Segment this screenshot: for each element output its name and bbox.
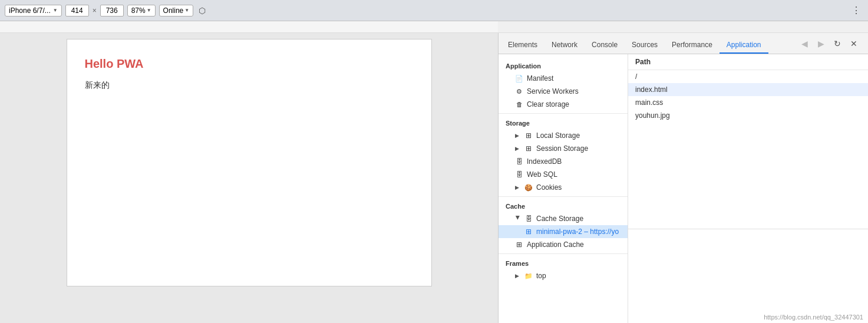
clear-storage-label: Clear storage: [527, 100, 569, 108]
network-arrow-icon: ▼: [184, 8, 189, 13]
tab-performance[interactable]: Performance: [665, 37, 720, 54]
zoom-arrow-icon: ▼: [147, 8, 151, 13]
web-sql-label: Web SQL: [527, 170, 557, 179]
application-cache-icon: ⊞: [515, 240, 523, 249]
ruler-devtools: [498, 21, 868, 32]
sidebar-item-cache-storage[interactable]: ▶ 🗄 Cache Storage: [499, 212, 628, 225]
sidebar-item-cookies[interactable]: ▶ 🍪 Cookies: [499, 181, 628, 194]
path-column-header: Path: [628, 54, 868, 70]
network-label: Online: [163, 6, 184, 15]
sidebar-item-web-sql[interactable]: 🗄 Web SQL: [499, 168, 628, 181]
service-workers-label: Service Workers: [527, 87, 579, 95]
web-sql-icon: 🗄: [515, 170, 523, 179]
arrow-annotation: [658, 229, 728, 241]
path-item-youhunjpg[interactable]: youhun.jpg: [628, 109, 868, 122]
devtools-panel: Elements Network Console Sources Perform…: [498, 33, 868, 323]
divider-3: [499, 253, 628, 254]
network-selector[interactable]: Online ▼: [159, 5, 194, 17]
device-label: iPhone 6/7/...: [9, 6, 51, 15]
application-cache-label: Application Cache: [527, 240, 584, 249]
rotate-icon[interactable]: ⬡: [197, 5, 207, 16]
session-storage-label: Session Storage: [536, 144, 588, 153]
cookies-icon: 🍪: [524, 183, 533, 192]
right-panel: Path / index.html main.css youhun.jpg: [628, 54, 868, 323]
cookies-label: Cookies: [536, 183, 562, 192]
sidebar-item-indexeddb[interactable]: 🗄 IndexedDB: [499, 155, 628, 168]
path-item-root[interactable]: /: [628, 70, 868, 83]
cache-storage-label: Cache Storage: [536, 215, 583, 223]
path-item-maincss[interactable]: main.css: [628, 96, 868, 109]
section-header-frames: Frames: [499, 256, 628, 269]
watermark: https://blog.csdn.net/qq_32447301: [764, 314, 863, 321]
local-storage-label: Local Storage: [536, 131, 580, 140]
tab-console[interactable]: Console: [585, 37, 625, 54]
cookies-arrow: ▶: [515, 184, 521, 190]
section-header-cache: Cache: [499, 199, 628, 212]
ruler-left: [0, 21, 498, 32]
path-item-index[interactable]: index.html: [628, 83, 868, 96]
service-workers-icon: ⚙: [515, 87, 523, 95]
height-input[interactable]: [100, 5, 124, 17]
sidebar-item-service-workers[interactable]: ⚙ Service Workers: [499, 85, 628, 98]
main-container: Hello PWA 新来的 Elements Network Console S…: [0, 33, 868, 323]
sidebar-item-top-frame[interactable]: ▶ 📁 top: [499, 269, 628, 282]
app-sidebar: Application 📄 Manifest ⚙ Service Workers…: [499, 54, 628, 323]
right-panel-top: Path / index.html main.css youhun.jpg: [628, 54, 868, 229]
ruler-bar: [0, 21, 868, 33]
nav-forward-icon[interactable]: ▶: [814, 37, 828, 51]
page-subtitle: 新来的: [85, 80, 414, 91]
sidebar-item-minimal-pwa[interactable]: ⊞ minimal-pwa-2 – https://yo: [499, 225, 628, 238]
clear-storage-icon: 🗑: [515, 100, 523, 108]
devtools-tabs: Elements Network Console Sources Perform…: [499, 33, 868, 54]
tab-application[interactable]: Application: [720, 37, 768, 54]
minimal-pwa-icon: ⊞: [524, 228, 533, 236]
frames-top-label: top: [536, 272, 546, 280]
frames-top-arrow: ▶: [515, 273, 521, 279]
section-header-application: Application: [499, 59, 628, 72]
devtools-nav-icons: ◀ ▶ ↻ ✕: [793, 37, 866, 51]
zoom-selector[interactable]: 87% ▼: [127, 5, 156, 17]
sidebar-item-session-storage[interactable]: ▶ ⊞ Session Storage: [499, 142, 628, 155]
device-selector[interactable]: iPhone 6/7/... ▼: [5, 5, 62, 17]
device-arrow-icon: ▼: [53, 8, 58, 13]
divider-2: [499, 196, 628, 197]
toolbar: iPhone 6/7/... ▼ × 87% ▼ Online ▼ ⬡ ⋮: [0, 0, 868, 21]
width-input[interactable]: [65, 5, 89, 17]
more-options-icon[interactable]: ⋮: [849, 4, 863, 17]
nav-back-icon[interactable]: ◀: [797, 37, 811, 51]
manifest-icon: 📄: [515, 74, 523, 83]
tab-network[interactable]: Network: [544, 37, 585, 54]
sidebar-item-local-storage[interactable]: ▶ ⊞ Local Storage: [499, 129, 628, 142]
divider-1: [499, 113, 628, 114]
local-storage-icon: ⊞: [524, 131, 533, 140]
sidebar-item-application-cache[interactable]: ⊞ Application Cache: [499, 238, 628, 251]
indexeddb-icon: 🗄: [515, 157, 523, 166]
page-area: Hello PWA 新来的: [0, 33, 498, 323]
manifest-label: Manifest: [527, 74, 553, 83]
cache-storage-arrow: ▶: [515, 216, 521, 222]
right-panel-bottom: https://blog.csdn.net/qq_32447301: [628, 229, 868, 323]
tab-elements[interactable]: Elements: [501, 37, 544, 54]
devtools-body: Application 📄 Manifest ⚙ Service Workers…: [499, 54, 868, 323]
sidebar-item-manifest[interactable]: 📄 Manifest: [499, 72, 628, 85]
session-storage-icon: ⊞: [524, 144, 533, 153]
local-storage-arrow: ▶: [515, 133, 521, 139]
section-header-storage: Storage: [499, 116, 628, 129]
page-title: Hello PWA: [85, 57, 414, 71]
tab-sources[interactable]: Sources: [625, 37, 665, 54]
indexeddb-label: IndexedDB: [527, 157, 562, 166]
minimal-pwa-label: minimal-pwa-2 – https://yo: [536, 228, 619, 236]
dim-separator: ×: [93, 6, 97, 15]
cache-storage-icon: 🗄: [524, 215, 533, 223]
page-frame: Hello PWA 新来的: [67, 39, 432, 286]
frames-top-icon: 📁: [524, 272, 533, 280]
nav-close-icon[interactable]: ✕: [847, 37, 861, 51]
session-storage-arrow: ▶: [515, 146, 521, 151]
zoom-label: 87%: [131, 6, 146, 15]
sidebar-item-clear-storage[interactable]: 🗑 Clear storage: [499, 98, 628, 111]
nav-refresh-icon[interactable]: ↻: [830, 37, 844, 51]
